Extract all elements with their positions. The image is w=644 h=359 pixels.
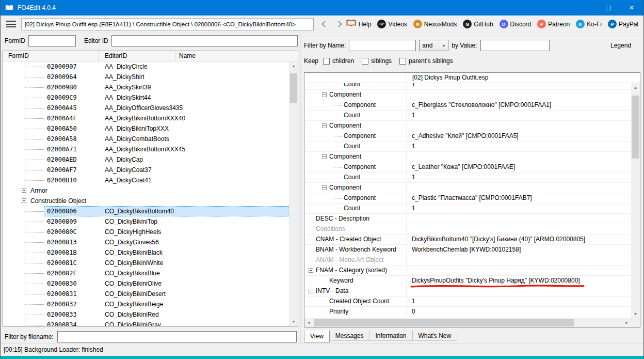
breadcrumb[interactable]: [02] Dickys Pinup Outfit.esp (E8E1A411) … bbox=[21, 18, 314, 30]
scroll-left-icon[interactable] bbox=[304, 318, 313, 327]
expander-icon[interactable] bbox=[322, 185, 327, 190]
record-field-row[interactable]: KeywordDickysPinupOutfits "Dicky's Pinup… bbox=[304, 276, 631, 286]
keep-children-option[interactable]: children bbox=[323, 57, 354, 65]
tree-record-row[interactable]: 02000AEDAA_DickyCap bbox=[3, 154, 289, 165]
tree-record-row[interactable]: 02000A58AA_DickyCombatBoots bbox=[3, 134, 289, 144]
record-field-row[interactable]: Count1 bbox=[304, 142, 631, 152]
tree-record-row[interactable]: 02000A71AA_DickyBikiniBottomXXX45 bbox=[3, 144, 289, 154]
patreon-link[interactable]: Patreon bbox=[537, 20, 570, 28]
tab-view[interactable]: View bbox=[304, 330, 330, 342]
tree-group-row[interactable]: Constructible Object bbox=[3, 196, 289, 206]
tree-record-row[interactable]: 02000830CO_DickyBikiniOlive bbox=[3, 278, 289, 289]
siblings-checkbox[interactable] bbox=[362, 58, 368, 65]
tree-record-row[interactable]: 0200080CCO_DickyHighHeels bbox=[3, 227, 289, 237]
hamburger-menu-icon[interactable] bbox=[6, 21, 16, 27]
record-field-row[interactable]: Conditions bbox=[304, 224, 631, 235]
right-vertical-scrollbar[interactable] bbox=[631, 83, 640, 318]
tree-record-row[interactable]: 02000832CO_DickyBikiniBeige bbox=[3, 299, 289, 309]
record-field-row[interactable]: Componentc_Adhesive "Клей" [CMPO:0001FAA… bbox=[304, 131, 631, 142]
left-vertical-scrollbar[interactable] bbox=[289, 61, 298, 326]
filename-filter-input[interactable] bbox=[57, 331, 297, 342]
left-scrollbar-thumb[interactable] bbox=[290, 73, 297, 103]
record-field-row[interactable]: Count1 bbox=[304, 173, 631, 183]
tree-record-row[interactable]: 02000964AA_DickyShirt bbox=[3, 72, 289, 82]
discord-link[interactable]: Discord bbox=[500, 20, 532, 28]
record-field-row[interactable]: Count1 bbox=[304, 204, 631, 214]
tree-record-row[interactable]: 02000806CO_DickyBikiniBottom40 bbox=[3, 206, 289, 216]
tree-record-row[interactable]: 02000834CO_DickyBikiniGray bbox=[3, 320, 289, 326]
column-header-name[interactable]: Name bbox=[176, 51, 298, 61]
parents-siblings-checkbox[interactable] bbox=[399, 58, 406, 65]
plugin-column-header[interactable]: [02] Dickys Pinup Outfit.esp bbox=[406, 73, 640, 83]
keep-parents-siblings-option[interactable]: parent's siblings bbox=[399, 57, 453, 65]
record-field-row[interactable]: Priority0 bbox=[304, 307, 631, 317]
expander-icon[interactable] bbox=[322, 154, 327, 159]
tree-record-row[interactable]: 02000809CO_DickyBikiniTop bbox=[3, 216, 289, 227]
record-field-row[interactable]: BNAM - Workbench KeywordWorkbenchChemlab… bbox=[304, 245, 631, 255]
record-field-row[interactable]: Componentc_Plastic "Пластмасса" [CMPO:00… bbox=[304, 193, 631, 204]
tab-messages[interactable]: Messages bbox=[329, 330, 370, 341]
record-field-row[interactable]: Count1 bbox=[304, 83, 631, 90]
tree-record-row[interactable]: 0200082FCO_DickyBikiniBlue bbox=[3, 268, 289, 278]
videos-link[interactable]: Videos bbox=[377, 20, 407, 28]
expander-icon[interactable] bbox=[322, 92, 327, 97]
record-field-row[interactable]: Componentc_Fiberglass "Стекловолокно" [C… bbox=[304, 100, 631, 111]
record-field-row[interactable]: Component bbox=[304, 121, 631, 131]
kofi-link[interactable]: Ko-Fi bbox=[576, 20, 602, 28]
record-field-row[interactable]: CNAM - Created ObjectDickyBikiniBottom40… bbox=[304, 235, 631, 245]
record-field-row[interactable]: Component bbox=[304, 90, 631, 100]
expander-icon[interactable] bbox=[309, 289, 313, 293]
tree-record-row[interactable]: 02000A50AA_DickyBikiniTopXXX bbox=[3, 123, 289, 134]
close-button[interactable] bbox=[620, 0, 643, 15]
tree-record-row[interactable]: 02000B10AA_DickyCoat41 bbox=[3, 175, 289, 185]
expander-icon[interactable] bbox=[22, 198, 26, 203]
tree-record-row[interactable]: 02000833CO_DickyBikiniRed bbox=[3, 309, 289, 320]
scroll-down-icon[interactable] bbox=[289, 317, 298, 326]
legend-link[interactable]: Legend bbox=[610, 42, 631, 49]
nexusmods-link[interactable]: NexusMods bbox=[413, 20, 457, 28]
expander-icon[interactable] bbox=[309, 268, 313, 273]
children-checkbox[interactable] bbox=[323, 58, 330, 65]
record-field-row[interactable]: FNAM - Category (sorted) bbox=[304, 266, 631, 276]
column-header-formid[interactable]: FormID bbox=[3, 51, 99, 61]
scroll-up-icon[interactable] bbox=[631, 83, 640, 92]
tab-whats-new[interactable]: What's New bbox=[412, 330, 458, 341]
record-field-row[interactable]: Created Object Count1 bbox=[304, 296, 631, 307]
panel-splitter[interactable] bbox=[300, 33, 301, 343]
filter-value-input[interactable] bbox=[480, 40, 550, 51]
maximize-button[interactable] bbox=[596, 0, 620, 15]
horizontal-scrollbar-thumb[interactable] bbox=[314, 319, 574, 326]
editorid-input[interactable] bbox=[111, 35, 298, 46]
formid-input[interactable] bbox=[28, 35, 76, 46]
tree-record-row[interactable]: 02000AF7AA_DickyCoat37 bbox=[3, 165, 289, 175]
and-or-dropdown[interactable]: and bbox=[419, 40, 448, 51]
minimize-button[interactable] bbox=[572, 0, 596, 15]
record-field-row[interactable]: Component bbox=[304, 152, 631, 162]
tree-group-row[interactable]: Armor bbox=[3, 185, 289, 196]
expander-icon[interactable] bbox=[322, 123, 327, 128]
field-column-header[interactable] bbox=[304, 73, 406, 83]
keep-siblings-option[interactable]: siblings bbox=[362, 57, 392, 65]
github-link[interactable]: GitHub bbox=[463, 20, 493, 28]
record-field-row[interactable]: Count1 bbox=[304, 111, 631, 121]
forward-icon[interactable] bbox=[335, 21, 342, 27]
scroll-right-icon[interactable] bbox=[622, 318, 631, 327]
tree-record-row[interactable]: 02000907AA_DickyCircle bbox=[3, 61, 289, 72]
scroll-up-icon[interactable] bbox=[289, 61, 298, 70]
tree-record-row[interactable]: 0200081CCO_DickyBikiniWhite bbox=[3, 258, 289, 268]
expander-icon[interactable] bbox=[22, 188, 26, 193]
record-field-row[interactable]: INTV - Data bbox=[304, 286, 631, 296]
tree-record-row[interactable]: 020009C9AA_DickySkirt44 bbox=[3, 92, 289, 103]
scroll-down-icon[interactable] bbox=[631, 309, 640, 318]
column-header-editorid[interactable]: EditorID bbox=[99, 51, 176, 61]
record-field-row[interactable]: Component bbox=[304, 183, 631, 193]
record-field-row[interactable]: ANAM - Menu Art Object bbox=[304, 255, 631, 266]
tree-record-row[interactable]: 020009B0AA_DickySkirt39 bbox=[3, 82, 289, 92]
right-scrollbar-thumb[interactable] bbox=[632, 96, 639, 159]
paypal-link[interactable]: PayPal bbox=[608, 20, 638, 28]
right-horizontal-scrollbar[interactable] bbox=[304, 318, 631, 327]
filter-name-input[interactable] bbox=[349, 40, 416, 51]
back-icon[interactable] bbox=[321, 21, 328, 27]
tree-record-row[interactable]: 02000A45AA_DickyOfficerGloves3435 bbox=[3, 103, 289, 113]
tree-record-row[interactable]: 02000831CO_DickyBikiniDesert bbox=[3, 289, 289, 299]
